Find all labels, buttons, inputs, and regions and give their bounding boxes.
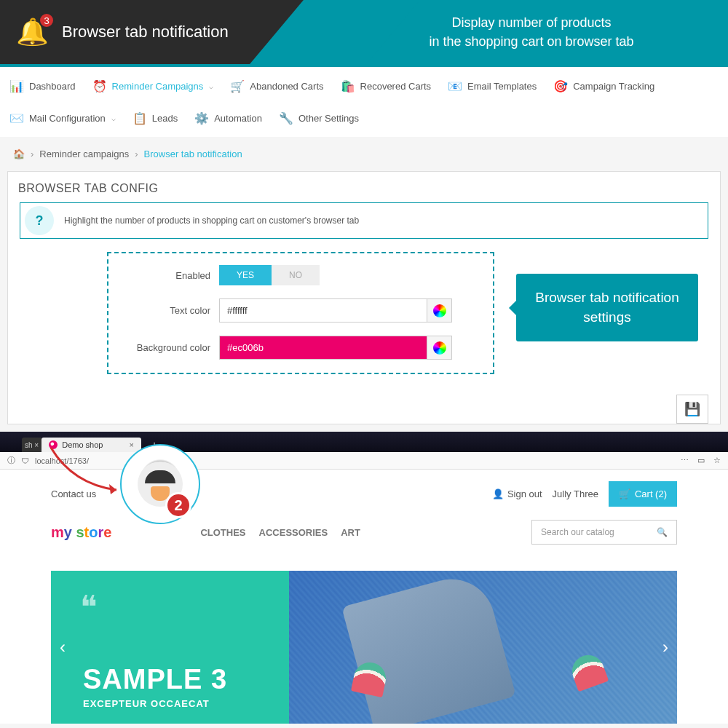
tab-stub[interactable]: sh ×	[22, 438, 41, 452]
nav-item-reminder-campaigns[interactable]: ⏰Reminder Campaigns⌵	[89, 74, 217, 98]
menu-item-clothes[interactable]: CLOTHES	[200, 527, 245, 538]
search-placeholder: Search our catalog	[541, 527, 614, 537]
bgcolor-input[interactable]	[219, 336, 427, 360]
menu-item-art[interactable]: ART	[341, 527, 360, 538]
annotation-callout: Browser tab notification settings	[516, 274, 698, 341]
bookmark-icon[interactable]: ☆	[713, 456, 721, 465]
banner-tagline: Display number of products in the shoppi…	[335, 0, 728, 64]
search-input[interactable]: Search our catalog 🔍	[531, 520, 677, 545]
toggle-no[interactable]: NO	[272, 265, 320, 285]
signout-label: Sign out	[507, 488, 542, 499]
enabled-toggle[interactable]: YES NO	[219, 265, 320, 285]
nav-icon: ⏰	[92, 79, 108, 93]
slider-prev-button[interactable]: ‹	[60, 637, 66, 657]
nav-icon: ⚙️	[194, 111, 210, 125]
breadcrumb-item[interactable]: Reminder campaigns	[39, 149, 129, 159]
favicon-zoom-annotation: 2	[120, 444, 200, 524]
info-icon[interactable]: ⓘ	[7, 455, 15, 466]
promo-banner: 🔔 3 Browser tab notification Display num…	[0, 0, 728, 64]
nav-label: Leads	[152, 113, 178, 124]
textcolor-picker[interactable]	[427, 298, 452, 323]
nav-icon: 🛒	[229, 79, 245, 93]
panel-title: BROWSER TAB CONFIG	[8, 172, 720, 202]
quote-icon: ❝	[80, 588, 98, 625]
settings-form: Enabled YES NO Text color Background col…	[107, 252, 494, 374]
breadcrumb: 🏠 › Reminder campaigns › Browser tab not…	[0, 137, 728, 171]
bgcolor-label: Background color	[124, 342, 219, 353]
hero-slider: ❝ SAMPLE 3 EXCEPTEUR OCCAECAT ‹ ›	[51, 571, 677, 724]
hero-title: SAMPLE 3	[83, 664, 227, 695]
nav-icon: ✉️	[9, 111, 25, 125]
signout-link[interactable]: 👤 Sign out	[492, 488, 542, 499]
cart-icon: 🛒	[619, 488, 630, 499]
more-icon[interactable]: ⋯	[681, 456, 689, 465]
pin-decoration	[354, 662, 386, 695]
textcolor-label: Text color	[124, 305, 219, 316]
nav-item-campaign-tracking[interactable]: 🎯Campaign Tracking	[550, 74, 657, 98]
home-icon[interactable]: 🏠	[13, 149, 25, 159]
chevron-down-icon: ⌵	[111, 114, 116, 122]
nav-icon: 📋	[132, 111, 148, 125]
nav-item-dashboard[interactable]: 📊Dashboard	[6, 74, 79, 98]
bell-icon-wrap: 🔔 3	[16, 17, 49, 47]
nav-label: Reminder Campaigns	[112, 81, 204, 92]
nav-label: Other Settings	[298, 113, 359, 124]
banner-title: Browser tab notification	[62, 23, 229, 41]
nav-item-recovered-carts[interactable]: 🛍️Recovered Carts	[337, 74, 435, 98]
slider-next-button[interactable]: ›	[662, 637, 668, 657]
nav-item-abandoned-carts[interactable]: 🛒Abandoned Carts	[226, 74, 326, 98]
nav-icon: 🎯	[553, 79, 569, 93]
search-icon: 🔍	[657, 527, 668, 537]
nav-item-leads[interactable]: 📋Leads	[129, 106, 181, 130]
breadcrumb-current: Browser tab notification	[144, 149, 242, 159]
nav-label: Dashboard	[29, 81, 76, 92]
config-panel: BROWSER TAB CONFIG ? Highlight the numbe…	[7, 171, 721, 424]
nav-icon: 📧	[447, 79, 463, 93]
svg-marker-0	[109, 484, 116, 494]
nav-item-other-settings[interactable]: 🔧Other Settings	[275, 106, 362, 130]
main-nav: 📊Dashboard⏰Reminder Campaigns⌵🛒Abandoned…	[0, 67, 728, 137]
annotation-arrow	[44, 440, 131, 506]
toggle-yes[interactable]: YES	[219, 265, 272, 285]
nav-item-automation[interactable]: ⚙️Automation	[191, 106, 265, 130]
nav-label: Mail Configuration	[29, 113, 106, 124]
nav-label: Campaign Tracking	[573, 81, 654, 92]
tagline-line2: in the shopping cart on browser tab	[429, 32, 633, 51]
callout-line2: settings	[583, 309, 630, 325]
pin-decoration	[572, 655, 604, 687]
reader-icon[interactable]: ▭	[697, 456, 705, 465]
nav-label: Abandoned Carts	[250, 81, 323, 92]
nav-icon: 📊	[9, 79, 25, 93]
shield-icon[interactable]: 🛡	[21, 456, 29, 465]
store-nav: my store CLOTHESACCESSORIESART Search ou…	[0, 513, 728, 558]
store-logo[interactable]: my store	[51, 524, 111, 541]
nav-label: Email Templates	[467, 81, 537, 92]
callout-line1: Browser tab notification	[535, 290, 679, 305]
nav-label: Automation	[214, 113, 262, 124]
bgcolor-picker[interactable]	[427, 336, 452, 360]
nav-item-email-templates[interactable]: 📧Email Templates	[444, 74, 539, 98]
menu-item-accessories[interactable]: ACCESSORIES	[259, 527, 328, 538]
cart-label: Cart (2)	[635, 488, 667, 499]
username[interactable]: Jully Three	[553, 488, 598, 499]
user-icon: 👤	[492, 488, 504, 499]
hero-subtitle: EXCEPTEUR OCCAECAT	[83, 698, 227, 709]
chevron-down-icon: ⌵	[209, 82, 213, 90]
bell-badge: 3	[39, 12, 55, 28]
favicon-badge: 2	[165, 492, 191, 518]
nav-label: Recovered Carts	[360, 81, 432, 92]
info-text: Highlight the number of products in shop…	[64, 207, 359, 234]
textcolor-input[interactable]	[219, 298, 427, 323]
info-icon: ?	[25, 206, 54, 235]
nav-icon: 🛍️	[340, 79, 356, 93]
nav-icon: 🔧	[278, 111, 294, 125]
tagline-line1: Display number of products	[451, 13, 611, 32]
save-button[interactable]: 💾	[676, 395, 708, 424]
cart-button[interactable]: 🛒 Cart (2)	[609, 481, 677, 507]
nav-item-mail-configuration[interactable]: ✉️Mail Configuration⌵	[6, 106, 119, 130]
enabled-label: Enabled	[124, 270, 219, 281]
info-callout: ? Highlight the number of products in sh…	[20, 202, 708, 239]
